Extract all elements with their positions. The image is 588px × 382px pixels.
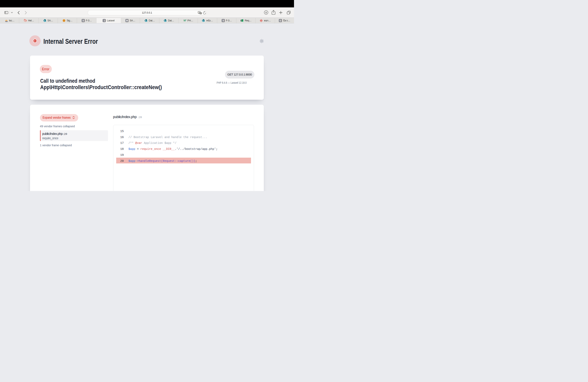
svg-text:文: 文	[200, 12, 201, 14]
svg-text:PMA: PMA	[5, 21, 8, 22]
svg-text:3: 3	[186, 19, 186, 20]
svg-text:X: X	[241, 20, 242, 21]
